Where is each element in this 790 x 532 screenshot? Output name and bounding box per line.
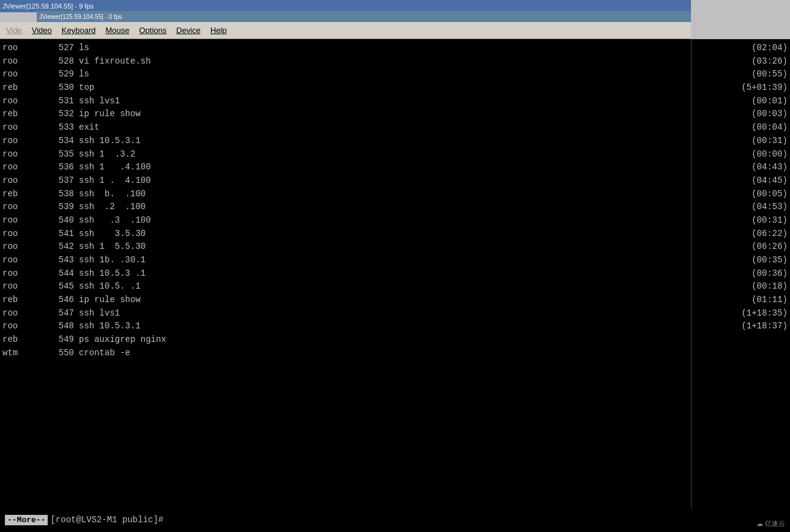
line-command: ip rule show	[79, 108, 687, 121]
right-time: (00:04)	[693, 121, 788, 135]
terminal-line: 536ssh 1 .4.100	[43, 161, 687, 174]
line-number: 534	[43, 135, 74, 148]
left-label: roo	[1, 95, 39, 108]
terminal-line: 542ssh 1 5.5.30	[43, 240, 687, 254]
right-time: (04:53)	[693, 201, 788, 214]
line-number: 538	[43, 188, 74, 201]
terminal-line: 546ip rule show	[43, 294, 687, 307]
line-number: 537	[43, 174, 74, 188]
line-number: 543	[43, 254, 74, 267]
left-label: roo	[1, 201, 39, 214]
right-time: (1+18:37)	[693, 320, 788, 333]
line-number: 540	[43, 214, 74, 227]
watermark: ☁ 亿速云	[756, 519, 785, 528]
menu-device[interactable]: Device	[171, 24, 205, 37]
terminal-line: 545ssh 10.5. .1	[43, 280, 687, 294]
line-number: 548	[43, 320, 74, 333]
right-time: (04:43)	[693, 161, 788, 174]
left-label: reb	[1, 188, 39, 201]
line-command: exit	[79, 121, 687, 135]
terminal-line: 528vi fixroute.sh	[43, 55, 687, 68]
line-command: crontab -e	[79, 347, 687, 360]
shell-prompt: [root@LVS2-M1 public]#	[50, 515, 163, 525]
right-timestamps: (02:04)(03:26)(00:55)(5+01:39)(00:01)(00…	[691, 39, 790, 532]
line-command: ps auxigrep nginx	[79, 333, 687, 347]
line-command: ssh 1 5.5.30	[79, 240, 687, 254]
line-command: ssh 1 . 4.100	[79, 174, 687, 188]
line-number: 549	[43, 333, 74, 347]
line-number: 533	[43, 121, 74, 135]
terminal-line: 535ssh 1 .3.2	[43, 148, 687, 161]
left-label: roo	[1, 280, 39, 294]
menu-video[interactable]: Video	[27, 24, 57, 37]
line-number: 541	[43, 227, 74, 241]
menu-options[interactable]: Options	[135, 24, 172, 37]
line-command: ssh 1 .4.100	[79, 161, 687, 174]
terminal-line: 533exit	[43, 121, 687, 135]
line-number: 544	[43, 267, 74, 281]
title-inner-text: JViewer[125.59.104.55] - 0 fps	[39, 13, 122, 20]
terminal-line: 530top	[43, 81, 687, 95]
menu-bar: Vide Video Keyboard Mouse Options Device…	[0, 22, 691, 39]
left-label: roo	[1, 240, 39, 254]
right-time: (00:00)	[693, 148, 788, 161]
menu-mouse[interactable]: Mouse	[100, 24, 134, 37]
terminal-line: 527ls	[43, 42, 687, 55]
left-label: roo	[1, 307, 39, 320]
left-label: roo	[1, 320, 39, 333]
left-label: roo	[1, 267, 39, 281]
menu-help[interactable]: Help	[205, 24, 232, 37]
line-number: 531	[43, 95, 74, 108]
line-number: 532	[43, 108, 74, 121]
terminal-line: 550crontab -e	[43, 347, 687, 360]
left-label: roo	[1, 135, 39, 148]
line-number: 529	[43, 68, 74, 81]
right-time: (03:26)	[693, 55, 788, 68]
terminal-line: 537ssh 1 . 4.100	[43, 174, 687, 188]
left-label: roo	[1, 161, 39, 174]
terminal-line: 548ssh 10.5.3.1	[43, 320, 687, 333]
line-number: 545	[43, 280, 74, 294]
more-tag: --More--	[5, 515, 48, 525]
line-number: 550	[43, 347, 74, 360]
left-label: roo	[1, 254, 39, 267]
left-label: roo	[1, 42, 39, 55]
watermark-text: 亿速云	[765, 520, 785, 527]
left-label: reb	[1, 108, 39, 121]
right-time: (00:01)	[693, 95, 788, 108]
left-label: roo	[1, 68, 39, 81]
right-time: (00:18)	[693, 280, 788, 294]
line-command: ssh 10.5.3.1	[79, 135, 687, 148]
right-time: (06:26)	[693, 240, 788, 254]
title-bar-inner: JViewer[125.59.104.55] - 0 fps	[37, 11, 691, 22]
right-time: (01:11)	[693, 294, 788, 307]
right-time: (00:36)	[693, 267, 788, 281]
left-label: roo	[1, 174, 39, 188]
menu-keyboard[interactable]: Keyboard	[57, 24, 101, 37]
terminal-line: 534ssh 10.5.3.1	[43, 135, 687, 148]
line-number: 542	[43, 240, 74, 254]
line-command: ssh .2 .100	[79, 201, 687, 214]
line-command: ssh 3.5.30	[79, 227, 687, 241]
line-number: 546	[43, 294, 74, 307]
terminal-line: 543ssh 1b. .30.1	[43, 254, 687, 267]
line-number: 547	[43, 307, 74, 320]
terminal-line: 529ls	[43, 68, 687, 81]
line-number: 528	[43, 55, 74, 68]
terminal-line: 532ip rule show	[43, 108, 687, 121]
left-label: roo	[1, 148, 39, 161]
right-time: (00:31)	[693, 214, 788, 227]
line-command: ssh 1 .3.2	[79, 148, 687, 161]
right-time: (00:03)	[693, 108, 788, 121]
line-command: vi fixroute.sh	[79, 55, 687, 68]
menu-vide-partial: Vide	[1, 24, 27, 37]
right-time: (00:31)	[693, 135, 788, 148]
line-number: 530	[43, 81, 74, 95]
terminal-line: 539ssh .2 .100	[43, 201, 687, 214]
right-time: (04:45)	[693, 174, 788, 188]
left-label: roo	[1, 227, 39, 241]
line-command: ssh lvs1	[79, 307, 687, 320]
separator	[691, 39, 692, 532]
terminal-line: 538ssh b. .100	[43, 188, 687, 201]
right-time: (00:35)	[693, 254, 788, 267]
